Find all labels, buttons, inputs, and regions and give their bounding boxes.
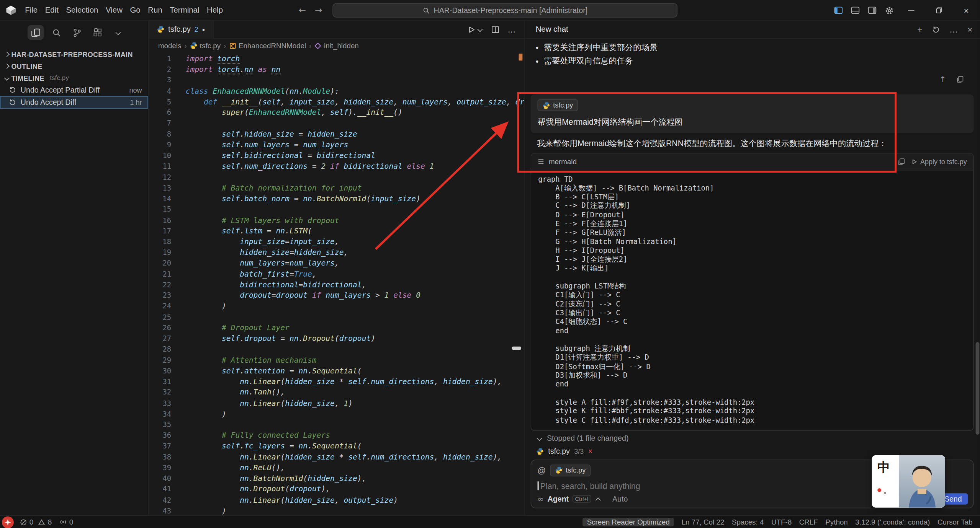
model-selector[interactable]: Auto — [612, 494, 628, 503]
code-line[interactable]: 6 super(EnhancedRNNModel, self).__init__… — [149, 108, 524, 118]
search-icon[interactable] — [48, 25, 64, 40]
code-line[interactable]: 8 self.hidden_size = hidden_size — [149, 129, 524, 140]
code-line[interactable]: 7 — [149, 118, 524, 129]
code-block-body[interactable]: graph TD A[输入数据] --> B[Batch Normalizati… — [531, 170, 973, 430]
ai-badge-icon[interactable] — [2, 517, 14, 528]
code-line[interactable]: 37 self.fc_layers = nn.Sequential( — [149, 441, 524, 452]
code-line[interactable]: 36 # Fully connected Layers — [149, 430, 524, 441]
code-line[interactable]: 24 ) — [149, 301, 524, 312]
menu-run[interactable]: Run — [144, 6, 166, 15]
code-line[interactable]: 32 nn.Tanh(), — [149, 387, 524, 398]
files-icon[interactable] — [28, 25, 44, 40]
status-indentation[interactable]: Spaces: 4 — [732, 518, 764, 526]
code-line[interactable]: 18 input_size=input_size, — [149, 237, 524, 248]
arrow-up-icon[interactable]: ↑ — [939, 75, 946, 84]
code-line[interactable]: 38 nn.Linear(hidden_size * self.num_dire… — [149, 452, 524, 463]
close-icon[interactable]: × — [967, 24, 972, 34]
status-cursor-tab[interactable]: Cursor Tab — [937, 518, 972, 526]
forward-icon[interactable]: → — [315, 5, 322, 15]
tab-tsfc-py[interactable]: tsfc.py 2 ● — [149, 21, 214, 39]
code-line[interactable]: 30 self.attention = nn.Sequential( — [149, 366, 524, 376]
menu-edit[interactable]: Edit — [41, 6, 62, 15]
code-line[interactable]: 2import torch.nn as nn — [149, 64, 524, 75]
code-line[interactable]: 19 hidden_size=hidden_size, — [149, 248, 524, 258]
code-line[interactable]: 34 ) — [149, 409, 524, 420]
agent-dropdown-icon[interactable] — [595, 497, 601, 503]
code-line[interactable]: 12 — [149, 172, 524, 183]
command-center-search[interactable]: HAR-Dataset-Preprocess-main [Administrat… — [332, 3, 677, 18]
scrollbar-marker[interactable] — [512, 347, 521, 350]
timeline-item[interactable]: Undo Accept Partial Diffnow — [0, 84, 148, 96]
status-language-mode[interactable]: Python — [825, 518, 847, 526]
code-line[interactable]: 4class EnhancedRNNModel(nn.Module): — [149, 86, 524, 97]
extensions-icon[interactable] — [89, 25, 105, 40]
status-screen-reader-mode[interactable]: Screen Reader Optimized — [582, 518, 674, 526]
layout-panel-icon[interactable] — [847, 0, 864, 21]
file-chip[interactable]: tsfc.py — [538, 99, 578, 111]
code-line[interactable]: 13 # Batch normalization for input — [149, 183, 524, 194]
chat-scrollbar[interactable] — [976, 342, 980, 435]
code-line[interactable]: 23 dropout=dropout if num_layers > 1 els… — [149, 290, 524, 301]
close-icon[interactable]: × — [952, 0, 980, 21]
back-icon[interactable]: ← — [299, 5, 306, 15]
code-line[interactable]: 40 nn.BatchNorm1d(hidden_size), — [149, 473, 524, 484]
code-area[interactable]: 1import torch2import torch.nn as nn3 4cl… — [149, 52, 524, 515]
more-actions-icon[interactable]: … — [507, 24, 515, 34]
section-outline[interactable]: OUTLINE — [0, 60, 148, 72]
chevron-down-icon[interactable] — [110, 25, 126, 40]
new-chat-icon[interactable]: + — [917, 24, 922, 34]
code-line[interactable]: 29 # Attention mechanism — [149, 355, 524, 366]
restore-icon[interactable] — [925, 0, 952, 21]
timeline-item[interactable]: Undo Accept Diff1 hr — [0, 96, 148, 109]
code-line[interactable]: 21 batch_first=True, — [149, 269, 524, 280]
code-line[interactable]: 16 # LSTM layers with dropout — [149, 215, 524, 226]
code-line[interactable]: 27 self.dropout = nn.Dropout(dropout) — [149, 334, 524, 344]
breadcrumb-item-enhancedrnnmodel[interactable]: EnhancedRNNModel — [229, 42, 306, 49]
code-line[interactable]: 39 nn.ReLU(), — [149, 463, 524, 473]
copy-icon[interactable] — [956, 75, 964, 83]
problems-indicator[interactable]: 0 8 — [20, 518, 52, 526]
code-line[interactable]: 42 nn.Linear(hidden_size, output_size) — [149, 495, 524, 506]
code-line[interactable]: 20 num_layers=num_layers, — [149, 258, 524, 269]
status-encoding[interactable]: UTF-8 — [771, 518, 792, 526]
menu-file[interactable]: File — [21, 6, 41, 15]
minimize-icon[interactable] — [898, 0, 925, 21]
code-line[interactable]: 1import torch — [149, 54, 524, 64]
copy-icon[interactable] — [898, 158, 905, 165]
more-actions-icon[interactable]: … — [949, 24, 958, 34]
ime-mode-indicator[interactable]: 中 — [877, 459, 898, 476]
run-dropdown-icon[interactable] — [477, 26, 483, 33]
dismiss-icon[interactable]: × — [588, 447, 592, 456]
ports-indicator[interactable]: 0 — [59, 518, 74, 526]
code-line[interactable]: 11 self.num_directions = 2 if bidirectio… — [149, 161, 524, 172]
source-control-icon[interactable] — [69, 25, 85, 40]
breadcrumb-item-models[interactable]: models — [158, 42, 182, 49]
code-line[interactable]: 28 — [149, 344, 524, 355]
layout-sidebar-right-icon[interactable] — [864, 0, 880, 21]
ime-punctuation-indicator[interactable]: 。 — [883, 484, 892, 495]
menu-view[interactable]: View — [102, 6, 126, 15]
code-line[interactable]: 9 self.num_layers = num_layers — [149, 140, 524, 150]
code-line[interactable]: 15 — [149, 204, 524, 215]
code-line[interactable]: 33 nn.Linear(hidden_size, 1) — [149, 398, 524, 409]
context-chip[interactable]: tsfc.py — [550, 464, 591, 476]
code-line[interactable]: 3 — [149, 75, 524, 86]
menu-selection[interactable]: Selection — [62, 6, 102, 15]
menu-terminal[interactable]: Terminal — [166, 6, 203, 15]
at-icon[interactable]: @ — [538, 466, 546, 475]
split-editor-icon[interactable] — [491, 25, 499, 33]
code-line[interactable]: 26 # Dropout Layer — [149, 323, 524, 334]
breadcrumb-item-tsfc.py[interactable]: tsfc.py — [190, 42, 221, 49]
code-line[interactable]: 17 self.lstm = nn.LSTM( — [149, 226, 524, 236]
run-status-row[interactable]: Stopped (1 file changed) — [536, 433, 980, 444]
code-line[interactable]: 5 def __init__(self, input_size, hidden_… — [149, 97, 524, 108]
code-line[interactable]: 41 nn.Dropout(dropout), — [149, 484, 524, 495]
run-button[interactable] — [468, 25, 483, 33]
status-python-interpreter[interactable]: 3.12.9 ('.conda': conda) — [855, 518, 930, 526]
code-line[interactable]: 35 — [149, 420, 524, 430]
code-line[interactable]: 31 nn.Linear(hidden_size * self.num_dire… — [149, 376, 524, 387]
code-line[interactable]: 10 self.bidirectional = bidirectional — [149, 150, 524, 161]
agent-mode-label[interactable]: Agent — [548, 494, 569, 503]
menu-go[interactable]: Go — [126, 6, 144, 15]
code-line[interactable]: 25 — [149, 312, 524, 323]
